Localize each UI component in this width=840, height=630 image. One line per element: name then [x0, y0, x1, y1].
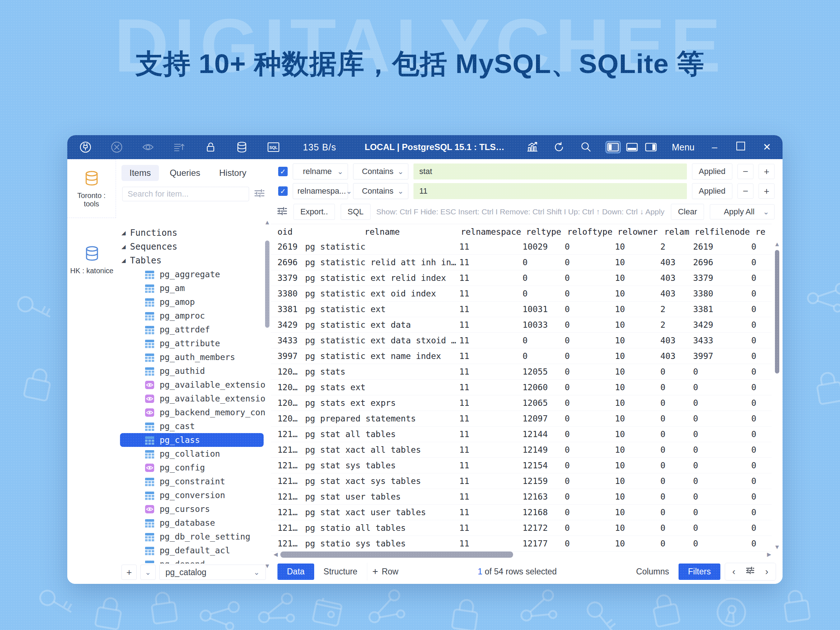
close-button[interactable]: ✕ — [761, 141, 773, 153]
tree-item-pg_constraint[interactable]: pg_constraint — [116, 474, 265, 488]
table-cell[interactable]: 11 — [459, 383, 523, 392]
table-cell[interactable]: 11 — [459, 539, 523, 548]
table-cell[interactable]: 10 — [615, 445, 660, 455]
table-row[interactable]: 2619pg_statistic1110029010226190 — [271, 239, 772, 255]
table-cell[interactable]: 12154 — [523, 461, 565, 470]
table-cell[interactable]: pg_statistic_ext_relid_index — [305, 273, 459, 283]
table-cell[interactable]: 3429 — [278, 320, 305, 329]
table-cell[interactable]: 0 — [565, 383, 615, 392]
table-cell[interactable]: 12163 — [523, 492, 565, 501]
table-cell[interactable]: 0 — [660, 367, 693, 376]
applied-button[interactable]: Applied — [692, 183, 733, 199]
table-cell[interactable]: 403 — [660, 289, 693, 298]
table-hscrollbar[interactable]: ◀ ▶ — [273, 551, 772, 559]
scroll-up-icon[interactable]: ▲ — [775, 241, 780, 247]
table-cell[interactable]: pg_prepared_statements — [305, 414, 459, 423]
structure-tab-button[interactable]: Structure — [319, 564, 363, 580]
table-cell[interactable]: 0 — [751, 242, 769, 251]
table-cell[interactable]: pg_statistic — [305, 242, 459, 251]
table-cell[interactable]: 10 — [615, 351, 660, 361]
table-cell[interactable]: 12053 — [278, 367, 305, 376]
remove-filter-button[interactable]: − — [737, 183, 753, 199]
tree-item-pg_amop[interactable]: pg_amop — [116, 295, 265, 309]
table-cell[interactable]: 0 — [751, 258, 769, 267]
sql-button[interactable]: SQL — [341, 204, 371, 220]
table-cell[interactable]: 2696 — [693, 258, 751, 267]
scrollbar-thumb[interactable] — [265, 241, 270, 328]
tree-item-pg_db_role_setting[interactable]: pg_db_role_setting — [116, 530, 265, 543]
table-row[interactable]: 3379pg_statistic_ext_relid_index11001040… — [271, 270, 772, 286]
table-cell[interactable]: pg_stats_ext_exprs — [305, 398, 459, 408]
table-cell[interactable]: 0 — [565, 430, 615, 439]
disconnect-icon[interactable] — [110, 140, 123, 154]
table-cell[interactable]: 0 — [565, 273, 615, 283]
table-cell[interactable]: 0 — [751, 304, 769, 314]
chart-icon[interactable] — [526, 140, 538, 154]
scroll-right-icon[interactable]: ▶ — [767, 551, 772, 558]
table-cell[interactable]: 0 — [693, 476, 751, 486]
table-cell[interactable]: pg_stat_xact_sys_tables — [305, 476, 459, 486]
table-row[interactable]: 12142pg_stat_all_tables1112144010000 — [271, 427, 772, 442]
table-cell[interactable]: 0 — [660, 539, 693, 548]
table-cell[interactable]: pg_statistic_ext — [305, 304, 459, 314]
table-cell[interactable]: 0 — [751, 445, 769, 455]
table-cell[interactable]: 12161 — [278, 492, 305, 501]
table-row[interactable]: 3433pg_statistic_ext_data_stxoid_inh_i…1… — [271, 333, 772, 348]
table-cell[interactable]: 10 — [615, 273, 660, 283]
tree-item-pg_am[interactable]: pg_am — [116, 281, 265, 295]
table-cell[interactable]: 11 — [459, 242, 523, 251]
table-vscrollbar[interactable]: ▲ ▼ — [775, 240, 780, 550]
table-cell[interactable]: 0 — [660, 461, 693, 470]
table-cell[interactable]: 10 — [615, 336, 660, 345]
table-cell[interactable]: 0 — [693, 367, 751, 376]
table-cell[interactable]: pg_stats_ext — [305, 383, 459, 392]
table-cell[interactable]: 0 — [565, 414, 615, 423]
tree-item-pg_config[interactable]: pg_config — [116, 461, 265, 474]
table-cell[interactable]: 11 — [459, 289, 523, 298]
table-cell[interactable]: 2 — [660, 242, 693, 251]
table-cell[interactable]: 0 — [523, 289, 565, 298]
tab-history[interactable]: History — [211, 165, 254, 181]
table-cell[interactable]: 12170 — [278, 523, 305, 532]
table-cell[interactable]: 12142 — [278, 430, 305, 439]
tree-item-pg_collation[interactable]: pg_collation — [116, 447, 265, 461]
table-cell[interactable]: 10 — [615, 523, 660, 532]
table-cell[interactable]: 0 — [751, 383, 769, 392]
table-cell[interactable]: 12097 — [523, 414, 565, 423]
table-cell[interactable]: 0 — [693, 523, 751, 532]
table-cell[interactable]: 12147 — [278, 445, 305, 455]
table-cell[interactable]: 0 — [523, 336, 565, 345]
table-cell[interactable]: 11 — [459, 273, 523, 283]
connection-hk[interactable]: HK : katonice — [67, 235, 116, 285]
table-cell[interactable]: 2 — [660, 320, 693, 329]
table-cell[interactable]: 0 — [565, 476, 615, 486]
table-row[interactable]: 12058pg_stats_ext1112060010000 — [271, 380, 772, 395]
tree-item-pg_authid[interactable]: pg_authid — [116, 364, 265, 378]
tree-item-pg_class[interactable]: pg_class — [120, 433, 264, 447]
table-cell[interactable]: 0 — [660, 492, 693, 501]
filter-column-select[interactable]: relnamespa... ⌄ — [293, 183, 348, 199]
tree-item-pg_auth_members[interactable]: pg_auth_members — [116, 350, 265, 364]
data-tab-button[interactable]: Data — [278, 564, 314, 580]
table-row[interactable]: 12152pg_stat_sys_tables1112154010000 — [271, 458, 772, 473]
filters-button[interactable]: Filters — [679, 564, 720, 580]
table-cell[interactable]: 403 — [660, 273, 693, 283]
scrollbar-thumb[interactable] — [775, 250, 779, 373]
table-cell[interactable]: 3429 — [693, 320, 751, 329]
table-cell[interactable]: 3379 — [693, 273, 751, 283]
tree-item-pg_attribute[interactable]: pg_attribute — [116, 336, 265, 350]
table-row[interactable]: 12063pg_stats_ext_exprs1112065010000 — [271, 395, 772, 411]
table-cell[interactable]: 3433 — [693, 336, 751, 345]
export-button[interactable]: Export.. — [294, 204, 335, 220]
table-cell[interactable]: 11 — [459, 351, 523, 361]
table-cell[interactable]: 0 — [565, 367, 615, 376]
database-icon[interactable] — [235, 140, 248, 154]
filter-checkbox[interactable]: ✓ — [278, 167, 287, 176]
filter-column-select[interactable]: relname ⌄ — [293, 164, 348, 180]
layout-right-icon[interactable] — [644, 142, 658, 153]
table-row[interactable]: 3997pg_statistic_ext_name_index110010403… — [271, 348, 772, 364]
table-cell[interactable]: 3379 — [278, 273, 305, 283]
table-cell[interactable]: 10 — [615, 430, 660, 439]
table-cell[interactable]: 0 — [523, 258, 565, 267]
table-cell[interactable]: 12157 — [278, 476, 305, 486]
